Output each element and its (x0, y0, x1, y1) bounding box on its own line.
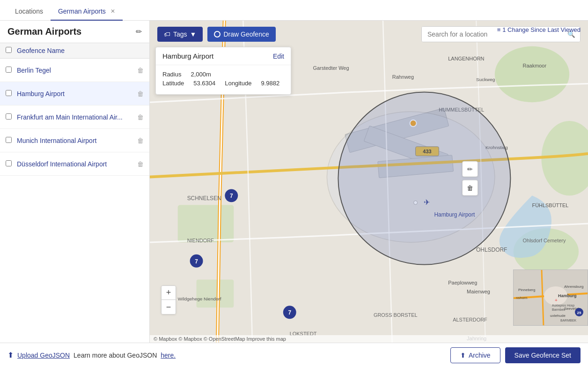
save-geofence-set-button[interactable]: Save Geofence Set (505, 347, 581, 363)
svg-text:BARMBEK: BARMBEK (560, 319, 577, 322)
mini-map[interactable]: Hamburg Pinneberg Ahrensburg Seevetal ns… (513, 270, 588, 326)
svg-text:25: 25 (577, 311, 581, 315)
sidebar-title: German Airports (7, 26, 81, 37)
svg-text:Ahrensburg: Ahrensburg (564, 285, 583, 289)
zoom-controls: + − (161, 285, 176, 315)
geofence-name-hamburg[interactable]: Hamburg Airport (17, 90, 137, 97)
svg-text:Hamburg Airport: Hamburg Airport (434, 211, 475, 218)
svg-text:nshorn: nshorn (516, 296, 527, 300)
mini-map-svg: Hamburg Pinneberg Ahrensburg Seevetal ns… (514, 270, 588, 326)
delete-icon-berlin[interactable]: 🗑 (137, 67, 144, 74)
list-item[interactable]: Munich International Airport 🗑 (0, 129, 149, 152)
svg-text:433: 433 (423, 149, 431, 154)
svg-text:ALSTERDORF: ALSTERDORF (453, 317, 487, 322)
tab-locations-label: Locations (15, 7, 43, 15)
svg-text:LANGENHORN: LANGENHORN (448, 56, 484, 61)
geofence-name-munich[interactable]: Munich International Airport (17, 137, 137, 144)
bottom-right: ⬆ Archive Save Geofence Set (450, 347, 581, 363)
bottom-bar: ⬆ Upload GeoJSON Learn more about GeoJSO… (0, 343, 588, 367)
svg-text:+: + (555, 298, 558, 303)
geofence-popup: Hamburg Airport Edit Radius 2,000m Latit… (155, 47, 291, 95)
svg-text:Maienweg: Maienweg (467, 289, 490, 294)
toolbar-left: 🏷 Tags ▼ Draw Geofence (157, 27, 276, 42)
select-all-checkbox[interactable] (6, 47, 12, 53)
svg-text:Paeplowweg: Paeplowweg (448, 280, 477, 285)
geofence-name-berlin[interactable]: Berlin Tegel (17, 67, 137, 74)
sidebar-header: German Airports ✏ (0, 21, 149, 43)
map-container[interactable]: 7 7 7 433 SCHNELSEN NIENDORF HUMMELSBÜTT… (150, 21, 588, 343)
tab-locations[interactable]: Locations (7, 3, 51, 21)
row-checkbox-2[interactable] (6, 90, 12, 96)
column-header-name: Geofence Name (17, 47, 144, 54)
svg-text:uxtehude: uxtehude (550, 314, 566, 318)
archive-button[interactable]: ⬆ Archive (450, 347, 500, 363)
map-edit-button[interactable]: ✏ (462, 161, 478, 177)
svg-text:SCHNELSEN: SCHNELSEN (187, 195, 221, 202)
svg-text:Ohlsdorf Cemetery: Ohlsdorf Cemetery (523, 238, 566, 243)
svg-text:7: 7 (230, 193, 233, 199)
zoom-in-button[interactable]: + (162, 286, 176, 300)
svg-text:NIENDORF: NIENDORF (187, 238, 214, 243)
tag-icon: 🏷 (164, 30, 170, 38)
draw-circle-icon (214, 31, 220, 37)
row-checkbox-3[interactable] (6, 113, 12, 120)
learn-link[interactable]: here. (161, 352, 176, 359)
longitude-label: Longitude (225, 80, 251, 87)
archive-icon: ⬆ (460, 352, 466, 359)
svg-text:HUMMELSBÜTTEL: HUMMELSBÜTTEL (439, 107, 484, 112)
svg-point-34 (414, 201, 418, 204)
edit-title-icon[interactable]: ✏ (136, 27, 142, 36)
attribution-text: © Mapbox © OpenStreetMap Improve this ma… (178, 336, 286, 342)
latitude-value: 53.6304 (193, 80, 215, 87)
zoom-out-button[interactable]: − (162, 300, 176, 314)
list-item[interactable]: Berlin Tegel 🗑 (0, 59, 149, 82)
row-checkbox-5[interactable] (6, 160, 12, 166)
popup-edit-link[interactable]: Edit (273, 52, 284, 60)
svg-text:Suckweg: Suckweg (476, 77, 495, 82)
svg-text:Hamburg: Hamburg (558, 293, 577, 298)
list-item[interactable]: Hamburg Airport 🗑 (0, 82, 149, 105)
upload-label[interactable]: Upload GeoJSON (17, 352, 70, 359)
svg-text:GROSS BORSTEL: GROSS BORSTEL (374, 312, 418, 318)
list-item[interactable]: Frankfurt am Main International Air... 🗑 (0, 105, 149, 129)
map-action-buttons: ✏ 🗑 (462, 161, 478, 195)
row-checkbox-4[interactable] (6, 137, 12, 143)
delete-icon-dusseldorf[interactable]: 🗑 (137, 160, 144, 168)
draw-geofence-button[interactable]: Draw Geofence (207, 27, 275, 42)
svg-text:Pinneberg: Pinneberg (518, 288, 535, 292)
geofence-table: Geofence Name Berlin Tegel 🗑 Hamburg Air… (0, 43, 149, 343)
mapbox-logo: © Mapbox (154, 336, 177, 342)
learn-text: Learn more about GeoJSON (74, 352, 157, 359)
svg-text:Garstedter Weg: Garstedter Weg (313, 65, 349, 71)
map-delete-icon: 🗑 (467, 184, 473, 191)
tags-button[interactable]: 🏷 Tags ▼ (157, 27, 203, 42)
svg-text:Rahnweg: Rahnweg (392, 74, 414, 80)
bottom-left: ⬆ Upload GeoJSON Learn more about GeoJSO… (7, 351, 176, 360)
delete-icon-munich[interactable]: 🗑 (137, 137, 144, 144)
row-checkbox-1[interactable] (6, 67, 12, 73)
svg-text:Asklepios Hosp: Asklepios Hosp (552, 304, 574, 307)
tab-german-airports-label: German Airports (58, 7, 106, 15)
tab-german-airports[interactable]: German Airports ✕ (51, 3, 123, 21)
longitude-value: 9.9882 (261, 80, 279, 87)
geofence-table-header: Geofence Name (0, 43, 149, 59)
changes-notice: ≡ 1 Change Since Last Viewed (497, 26, 581, 33)
svg-text:✈: ✈ (424, 198, 430, 206)
delete-icon-hamburg[interactable]: 🗑 (137, 90, 144, 97)
list-item[interactable]: Düsseldorf International Airport 🗑 (0, 152, 149, 176)
draw-geofence-label: Draw Geofence (223, 30, 269, 38)
tabs-bar: Locations German Airports ✕ (0, 0, 588, 21)
archive-label: Archive (469, 352, 491, 359)
latitude-label: Latitude (162, 80, 184, 87)
svg-point-1 (495, 46, 569, 102)
svg-text:OHLSDORF: OHLSDORF (476, 247, 507, 253)
radius-label: Radius (162, 71, 181, 78)
geofence-name-dusseldorf[interactable]: Düsseldorf International Airport (17, 160, 137, 168)
map-delete-button[interactable]: 🗑 (462, 180, 478, 195)
tags-label: Tags (173, 30, 187, 38)
geofence-name-frankfurt[interactable]: Frankfurt am Main International Air... (17, 113, 137, 121)
tab-close-icon[interactable]: ✕ (110, 8, 115, 15)
svg-text:Raakmoor: Raakmoor (523, 63, 547, 68)
delete-icon-frankfurt[interactable]: 🗑 (137, 113, 144, 121)
svg-point-33 (410, 120, 417, 127)
